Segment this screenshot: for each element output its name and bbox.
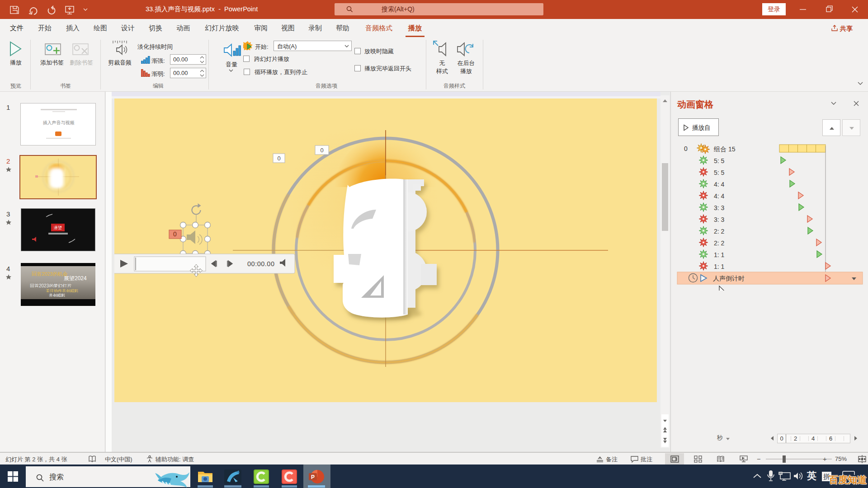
svg-text:5: 5: 5: 5 xyxy=(714,157,725,164)
svg-text:P: P xyxy=(311,474,315,480)
svg-text:5: 5: 5: 5 xyxy=(714,169,725,176)
svg-text:3: 3: 3: 3 xyxy=(714,204,725,211)
svg-text:组合 15: 组合 15 xyxy=(713,145,736,153)
svg-text:0: 0 xyxy=(277,155,280,162)
svg-text:0: 0 xyxy=(684,145,688,152)
svg-text:人声倒计时: 人声倒计时 xyxy=(713,275,745,282)
svg-text:4: 4: 4: 4 xyxy=(714,181,725,188)
svg-text:2: 2: 2: 2 xyxy=(714,228,725,235)
svg-text:1: 1: 1: 1 xyxy=(714,251,725,258)
svg-text:2: 2: 2: 2 xyxy=(714,239,725,247)
svg-text:潜望: 潜望 xyxy=(54,225,62,230)
svg-text:0: 0 xyxy=(173,230,177,238)
svg-text:0: 0 xyxy=(320,147,323,154)
svg-text:3: 3: 3: 3 xyxy=(714,216,725,223)
svg-text:4: 4: 4: 4 xyxy=(714,192,725,200)
svg-text:00:00.00: 00:00.00 xyxy=(247,260,274,267)
svg-text:1: 1: 1: 1 xyxy=(714,263,725,270)
